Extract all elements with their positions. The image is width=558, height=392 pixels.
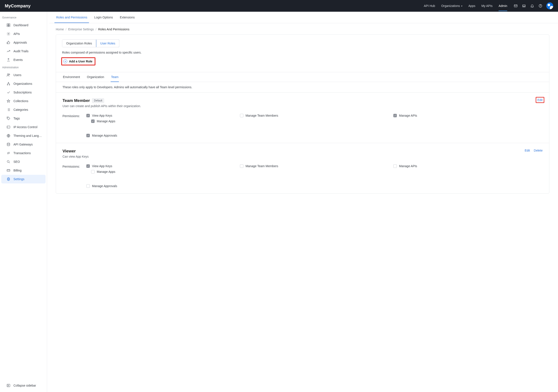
tab-extensions[interactable]: Extensions [120,12,135,23]
sidebar-item-transactions[interactable]: Transactions [1,149,45,157]
breadcrumb-enterprise-settings[interactable]: Enterprise Settings [68,27,94,31]
svg-point-11 [7,85,8,85]
sidebar-item-label: Subscriptions [13,91,32,94]
sidebar-item-categories[interactable]: Categories [1,105,45,114]
checkbox-icon: ✓ [86,134,90,137]
user-avatar[interactable] [546,2,553,9]
breadcrumb-separator: / [96,27,96,31]
checkbox-icon [240,164,244,168]
sidebar-item-label: Theming and Langu… [13,134,44,137]
bell-icon[interactable] [530,4,534,8]
swap-icon [7,151,10,155]
sidebar-item-tags[interactable]: Tags [1,114,45,123]
checkbox-icon [240,114,244,117]
toggle-user-roles[interactable]: User Roles [96,39,119,47]
delete-role-button[interactable]: Delete [534,149,543,152]
nav-organizations[interactable]: Organizations ▾ [441,4,462,8]
sidebar-item-label: Billing [13,169,21,172]
sidebar-item-users[interactable]: Users [1,71,45,79]
scope-note: These roles only apply to Developers. Ad… [56,82,549,93]
sidebar-item-settings[interactable]: Settings [1,175,45,183]
sidebar-item-organizations[interactable]: Organizations [1,79,45,88]
checkbox-icon: ✓ [86,114,90,117]
breadcrumb-separator: / [66,27,66,31]
card-icon [7,169,10,172]
top-bar: MyCompany API Hub Organizations ▾ Apps M… [0,0,558,12]
inbox-icon[interactable] [522,4,526,8]
role-block: Viewer Can view App Keys Edit Delete Per… [56,143,549,193]
sidebar-item-audit-trails[interactable]: Audit Trails [1,47,45,56]
perm-label: Manage Approvals [92,184,117,188]
nav-apps[interactable]: Apps [468,4,475,8]
tab-roles-permissions[interactable]: Roles and Permissions [56,12,88,23]
sidebar-item-approvals[interactable]: Approvals [1,38,45,47]
settings-icon [7,177,10,181]
search-icon [7,160,10,164]
svg-rect-4 [9,24,10,25]
checkbox-icon [393,164,397,168]
sidebar-item-label: Settings [13,177,25,181]
perm-label: Manage APIs [399,114,417,117]
sidebar-item-label: Collections [13,99,28,103]
globe-icon [7,134,10,138]
breadcrumb: Home / Enterprise Settings / Roles And P… [47,23,558,34]
perm-manage-apis: Manage APIs [393,164,543,168]
perm-manage-apis: ✓ Manage APIs [393,114,543,117]
edit-role-button[interactable]: Edit [525,149,530,152]
nav-my-apis[interactable]: My APIs [481,4,492,8]
sidebar-item-theming[interactable]: Theming and Langu… [1,131,45,140]
sidebar-item-ip-access[interactable]: IP Access Control [1,123,45,131]
svg-rect-14 [7,126,10,128]
tab-login-options[interactable]: Login Options [94,12,113,23]
sidebar-item-subscriptions[interactable]: Subscriptions [1,88,45,97]
sidebar-item-label: Users [13,73,21,77]
card-description: Roles composed of permissions assigned t… [62,51,543,54]
help-icon[interactable] [539,4,542,8]
sidebar-item-gateways[interactable]: API Gateways [1,140,45,149]
breadcrumb-home[interactable]: Home [56,27,64,31]
sidebar-item-label: SEO [13,160,20,163]
gear-icon [7,32,10,36]
checkbox-icon [91,170,95,173]
perm-label: View App Keys [92,114,112,117]
sidebar-item-label: APIs [13,32,20,35]
users-icon [7,73,10,77]
add-user-role-button[interactable]: + Add a User Role [61,57,96,66]
perm-label: Manage Team Members [246,164,278,168]
svg-point-18 [7,161,9,162]
sidebar-item-collections[interactable]: Collections [1,97,45,105]
sidebar-item-events[interactable]: Events [1,56,45,64]
sidebar-item-seo[interactable]: SEO [1,157,45,166]
sidebar-item-label: Dashboard [13,23,28,27]
svg-point-13 [8,118,8,118]
sidebar-item-label: API Gateways [13,143,33,146]
upload-icon [7,58,10,62]
default-badge: Default [92,98,104,103]
checkbox-icon: ✓ [91,119,95,123]
add-user-role-label: Add a User Role [69,60,92,63]
role-title: Viewer [62,149,76,153]
sidebar-item-label: Collapse sidebar [13,384,36,387]
sidebar-item-dashboard[interactable]: Dashboard [1,21,45,29]
perm-manage-team-members: Manage Team Members [240,114,389,117]
sidebar-item-billing[interactable]: Billing [1,166,45,175]
scope-tab-team[interactable]: Team [111,72,119,82]
scope-tab-environment[interactable]: Environment [62,72,80,82]
collapse-sidebar-button[interactable]: Collapse sidebar [1,381,45,390]
brand-logo: MyCompany [5,3,31,9]
sidebar-item-apis[interactable]: APIs [1,29,45,38]
edit-role-button[interactable]: Edit [536,97,544,103]
toggle-organization-roles[interactable]: Organization Roles [62,40,96,47]
perm-manage-team-members: Manage Team Members [240,164,389,168]
nav-admin[interactable]: Admin [498,4,507,8]
sidebar-item-label: Events [13,58,23,62]
svg-point-15 [8,127,8,127]
role-block: Team Member Default User can create and … [56,93,549,143]
svg-rect-6 [9,25,10,27]
message-icon[interactable] [514,4,518,8]
nav-api-hub[interactable]: API Hub [424,4,435,8]
roles-card: Organization Roles User Roles Roles comp… [56,34,549,194]
perm-label: Manage Apps [97,119,115,123]
scope-tab-organization[interactable]: Organization [87,72,105,82]
sidebar: Governance Dashboard APIs Approvals Audi… [0,12,47,392]
